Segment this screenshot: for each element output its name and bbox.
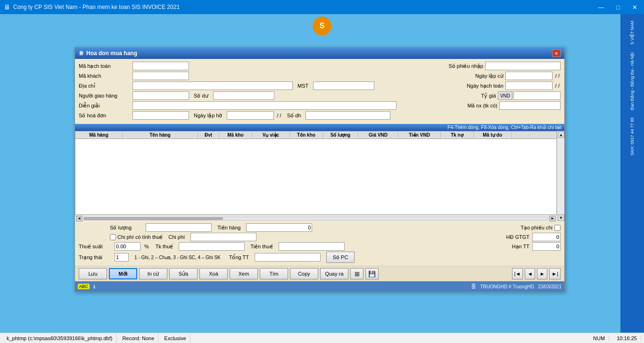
vscroll-up-btn[interactable]: ▲ — [558, 131, 564, 138]
moi-button[interactable]: Mới — [109, 268, 137, 279]
dialog-close-button[interactable]: ✕ — [552, 49, 561, 57]
ty-gia-input[interactable] — [513, 91, 561, 100]
ngay-lap-cu-input[interactable] — [505, 72, 553, 80]
grid-header-row: Mã hàng Tên hàng Đvt Mã kho Vụ việc Tồn … — [75, 131, 556, 139]
so-pc-button[interactable]: Số PC — [326, 252, 355, 263]
totals-row-1: Số lượng Tiền hàng Tạo phiếu chi — [79, 223, 561, 232]
tien-hang-input[interactable] — [246, 223, 312, 232]
in-cu-button[interactable]: In cừ — [139, 268, 167, 279]
grid-hint-bar: F4-Thêm dòng, F8-Xóa dòng, Ctrl+Tab-Ra k… — [75, 124, 564, 131]
xem-button[interactable]: Xem — [230, 268, 258, 279]
copy-button[interactable]: Copy — [290, 268, 318, 279]
trang-thai-input[interactable] — [115, 253, 129, 261]
scroll-track-x[interactable] — [83, 217, 548, 220]
tao-phieu-chi-label: Tạo phiếu chi — [520, 225, 553, 231]
ngay-lap-ho-input[interactable] — [227, 111, 274, 120]
col-dvt: Đvt — [198, 131, 219, 139]
tao-phieu-chi-checkbox[interactable] — [554, 225, 561, 231]
sua-button[interactable]: Sửa — [169, 268, 198, 279]
grid-hint-text: F4-Thêm dòng, F8-Xóa dòng, Ctrl+Tab-Ra k… — [447, 125, 561, 130]
nguoi-giao-hang-input[interactable] — [132, 91, 189, 100]
dien-giai-input[interactable] — [132, 101, 396, 110]
nav-first-button[interactable]: |◄ — [512, 268, 523, 279]
han-tt-input[interactable] — [532, 242, 561, 251]
so-phieu-nhap-input[interactable] — [485, 62, 561, 70]
ma-khach-input[interactable] — [132, 72, 189, 80]
form-row-2: Mã khách Ngày lập cừ / / — [79, 72, 561, 80]
col-so-luong: Số lượng — [323, 131, 358, 139]
tim-button[interactable]: Tìm — [260, 268, 288, 279]
maximize-button[interactable]: □ — [613, 3, 623, 12]
os-window-controls: — □ ✕ — [595, 3, 640, 12]
col-tien-vnd: Tiền VND — [398, 131, 441, 139]
dialog-title-text: Hoa don mua hang — [86, 50, 137, 57]
exclusive-item: Exclusive — [160, 333, 190, 343]
dialog-title-left: 🖹 Hoa don mua hang — [79, 50, 137, 57]
dia-chi-input[interactable] — [132, 82, 293, 90]
scroll-left-btn[interactable]: ◄ — [76, 216, 83, 221]
slash-1: / / — [554, 73, 561, 79]
address-text: Đan Đồng - Đống Đa - Hà Nội — [629, 50, 636, 112]
luu-button[interactable]: Lưu — [79, 268, 107, 279]
quay-ra-button[interactable]: Quay ra — [320, 268, 348, 279]
thue-suat-input[interactable] — [115, 242, 140, 251]
so-hoa-don-input[interactable] — [132, 111, 189, 120]
path-item: k_phtmp (c:\mpsas60\35939166\k_phtmp.dbf… — [3, 333, 116, 343]
vscroll-down-btn[interactable]: ▼ — [558, 214, 564, 221]
totals-area: Số lượng Tiền hàng Tạo phiếu chi Chi phí… — [75, 221, 564, 266]
hd-gtgt-input[interactable] — [532, 233, 561, 241]
nav-last-button[interactable]: ►| — [549, 268, 561, 279]
status-bar: k_phtmp (c:\mpsas60\35939166\k_phtmp.dbf… — [0, 333, 644, 343]
icon-btn-2[interactable]: 💾 — [365, 268, 379, 279]
totals-row-2: Chi phí có tính thuế Chi phí HĐ GTGT — [79, 233, 561, 241]
xoa-button[interactable]: Xoá — [199, 268, 228, 279]
phone-text: SKH: 0917 44 77 85 — [629, 115, 636, 157]
grid-body[interactable] — [75, 139, 556, 214]
form-row-3: Địa chỉ MST Ngày hạch toán / / — [79, 82, 561, 90]
so-luong-total-input[interactable] — [146, 223, 212, 232]
grid-scrollbar-x[interactable]: ◄ ► — [75, 215, 557, 221]
main-dialog: 🖹 Hoa don mua hang ✕ Mã hạch toán Số phi… — [74, 47, 565, 292]
tk-thue-label: Tk thuế — [153, 244, 176, 250]
so-luong-label: Số lượng — [110, 225, 143, 231]
form-area: Mã hạch toán Số phiếu nhập Mã khách Ngày… — [75, 59, 564, 124]
icon-btn-1[interactable]: ⊞ — [350, 268, 363, 279]
mst-input[interactable] — [313, 82, 374, 90]
grid-vscroll[interactable]: ▲ ▼ — [557, 131, 564, 221]
hd-gtgt-row: HĐ GTGT — [501, 233, 561, 241]
nav-next-button[interactable]: ► — [537, 268, 547, 279]
desktop: S S VIỆT NAM Đan Đồng - Đống Đa - Hà Nội… — [0, 14, 644, 343]
so-hoa-don-label: Số hoá đơn — [79, 113, 131, 119]
tk-thue-input[interactable] — [179, 242, 245, 251]
slash-2: / / — [554, 83, 561, 89]
nav-prev-button[interactable]: ◄ — [525, 268, 535, 279]
so-dh-input[interactable] — [305, 111, 390, 120]
os-close-button[interactable]: ✕ — [629, 3, 640, 12]
col-tk-no: Tk nợ — [441, 131, 474, 139]
chi-phi-input[interactable] — [190, 233, 256, 241]
ma-khach-label: Mã khách — [79, 73, 131, 79]
scroll-right-btn[interactable]: ► — [549, 216, 556, 221]
chi-phi-co-tinh-thue-checkbox[interactable] — [110, 234, 116, 240]
grid-container: Mã hàng Tên hàng Đvt Mã kho Vụ việc Tồn … — [75, 131, 557, 215]
ma-nx-input[interactable] — [499, 101, 561, 110]
num-item: NUM — [589, 335, 609, 341]
hd-gtgt-label: HĐ GTGT — [501, 234, 529, 240]
ma-nx-label: Mã nx (tk có) — [450, 103, 497, 108]
form-row-1: Mã hạch toán Số phiếu nhập — [79, 62, 561, 70]
ty-gia-label: Tỷ giá — [449, 93, 496, 99]
percent-sign: % — [143, 244, 150, 249]
vscroll-track[interactable] — [557, 139, 564, 214]
ma-hach-toan-input[interactable] — [132, 62, 189, 70]
so-dh-label: Số dh — [284, 113, 304, 119]
tien-thue-input[interactable] — [279, 242, 345, 251]
ngay-hach-toan-input[interactable] — [505, 82, 553, 90]
tong-tt-input[interactable] — [255, 253, 321, 261]
tao-phieu-chi-group: Tạo phiếu chi — [520, 225, 561, 231]
so-phieu-nhap-label: Số phiếu nhập — [436, 63, 483, 69]
minimize-button[interactable]: — — [595, 3, 607, 12]
so-du-input[interactable] — [213, 91, 274, 100]
ty-gia-group: VND — [498, 91, 561, 100]
col-ton-kho: Tồn kho — [290, 131, 323, 139]
logo-icon: S — [313, 16, 331, 35]
